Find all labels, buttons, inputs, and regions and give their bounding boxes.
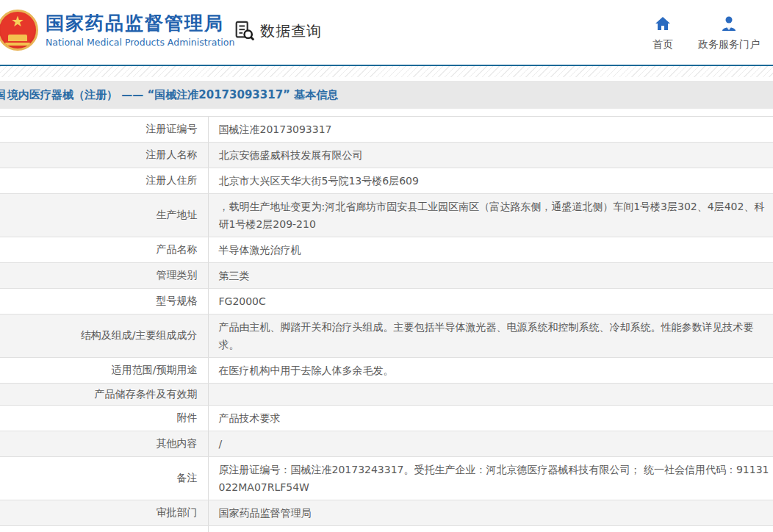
row-storage-conditions: 产品储存条件及有效期 bbox=[0, 384, 773, 406]
row-approval-date: 批准日期 2022-05-06 bbox=[0, 526, 773, 532]
field-label: 产品名称 bbox=[0, 237, 208, 263]
nav-portal-label: 政务服务门户 bbox=[698, 38, 760, 51]
row-structure-composition: 结构及组成/主要组成成分 产品由主机、脚踏开关和治疗头组成。主要包括半导体激光器… bbox=[0, 314, 773, 358]
nav-gov-service-portal[interactable]: 政务服务门户 bbox=[698, 15, 760, 51]
national-emblem-icon: ★ bbox=[0, 10, 38, 51]
row-product-name: 产品名称 半导体激光治疗机 bbox=[0, 237, 773, 263]
field-value: ，载明生产地址变更为:河北省廊坊市固安县工业园区南区（富达路东侧，通盛道北侧）车… bbox=[208, 194, 773, 237]
row-model-spec: 型号规格 FG2000C bbox=[0, 289, 773, 314]
field-value: / bbox=[208, 431, 773, 457]
field-label: 审批部门 bbox=[0, 500, 208, 526]
field-value: FG2000C bbox=[208, 289, 773, 314]
field-value: 国家药品监督管理局 bbox=[208, 500, 773, 526]
home-icon bbox=[654, 15, 672, 32]
row-registration-cert-number: 注册证编号 国械注准20173093317 bbox=[0, 117, 773, 143]
field-label: 注册证编号 bbox=[0, 117, 208, 143]
nav-home[interactable]: 首页 bbox=[652, 15, 673, 51]
field-label: 附件 bbox=[0, 406, 208, 431]
field-value: 北京安德盛威科技发展有限公司 bbox=[208, 143, 773, 168]
row-management-class: 管理类别 第三类 bbox=[0, 263, 773, 289]
field-label: 生产地址 bbox=[0, 194, 208, 237]
field-value: 在医疗机构中用于去除人体多余毛发。 bbox=[208, 358, 773, 384]
row-registrant-name: 注册人名称 北京安德盛威科技发展有限公司 bbox=[0, 143, 773, 168]
field-value: 半导体激光治疗机 bbox=[208, 237, 773, 263]
site-title-cn: 国家药品监督管理局 bbox=[46, 12, 234, 35]
user-icon bbox=[720, 15, 738, 32]
data-query-label: 数据查询 bbox=[260, 21, 322, 41]
data-query-link[interactable]: 数据查询 bbox=[234, 20, 322, 42]
field-label: 管理类别 bbox=[0, 263, 208, 289]
field-value: 北京市大兴区天华大街5号院13号楼6层609 bbox=[208, 168, 773, 194]
row-remarks: 备注 原注册证编号：国械注准20173243317。受托生产企业：河北京德医疗器… bbox=[0, 457, 773, 500]
field-value: 国械注准20173093317 bbox=[208, 117, 773, 143]
field-label: 注册人名称 bbox=[0, 143, 208, 168]
document-search-icon bbox=[234, 20, 256, 42]
field-value bbox=[208, 384, 773, 406]
field-value: 第三类 bbox=[208, 263, 773, 289]
row-attachment: 附件 产品技术要求 bbox=[0, 406, 773, 431]
field-label: 结构及组成/主要组成成分 bbox=[0, 314, 208, 358]
top-nav: 首页 政务服务门户 bbox=[652, 15, 760, 51]
registration-info-table: 注册证编号 国械注准20173093317 注册人名称 北京安德盛威科技发展有限… bbox=[0, 116, 773, 532]
breadcrumb-clipped-char: 国 bbox=[0, 88, 7, 102]
field-value: 原注册证编号：国械注准20173243317。受托生产企业：河北京德医疗器械科技… bbox=[208, 457, 773, 500]
breadcrumb: 国 境内医疗器械（注册） —— “国械注准20173093317” 基本信息 bbox=[0, 81, 773, 109]
field-label: 产品储存条件及有效期 bbox=[0, 384, 208, 406]
field-label: 型号规格 bbox=[0, 289, 208, 314]
field-label: 批准日期 bbox=[0, 526, 208, 532]
site-header: ★ 国家药品监督管理局 National Medical Products Ad… bbox=[0, 0, 773, 65]
field-label: 适用范围/预期用途 bbox=[0, 358, 208, 384]
nav-home-label: 首页 bbox=[652, 38, 673, 51]
field-label: 备注 bbox=[0, 457, 208, 500]
field-value: 2022-05-06 bbox=[208, 526, 773, 532]
row-registrant-address: 注册人住所 北京市大兴区天华大街5号院13号楼6层609 bbox=[0, 168, 773, 194]
site-logo[interactable]: ★ 国家药品监督管理局 National Medical Products Ad… bbox=[0, 10, 234, 51]
breadcrumb-text: 境内医疗器械（注册） —— “国械注准20173093317” 基本信息 bbox=[7, 88, 338, 102]
row-approval-department: 审批部门 国家药品监督管理局 bbox=[0, 500, 773, 526]
row-scope-of-use: 适用范围/预期用途 在医疗机构中用于去除人体多余毛发。 bbox=[0, 358, 773, 384]
field-label: 注册人住所 bbox=[0, 168, 208, 194]
field-value: 产品技术要求 bbox=[208, 406, 773, 431]
site-title-en: National Medical Products Administration bbox=[46, 37, 234, 48]
field-value: 产品由主机、脚踏开关和治疗头组成。主要包括半导体激光器、电源系统和控制系统、冷却… bbox=[208, 314, 773, 358]
field-label: 其他内容 bbox=[0, 431, 208, 457]
hatch-strip bbox=[0, 66, 773, 77]
row-other-content: 其他内容 / bbox=[0, 431, 773, 457]
row-production-address: 生产地址 ，载明生产地址变更为:河北省廊坊市固安县工业园区南区（富达路东侧，通盛… bbox=[0, 194, 773, 237]
